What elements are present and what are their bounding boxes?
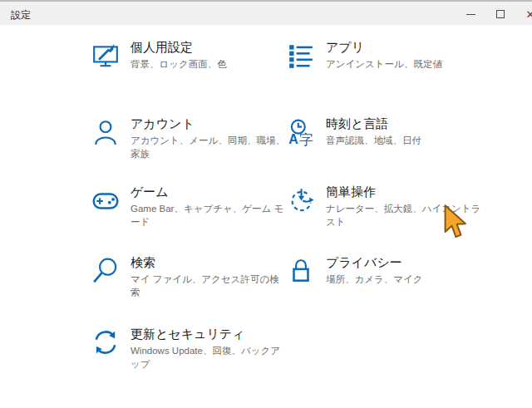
svg-text:字: 字 <box>299 132 313 146</box>
tile-subtitle: アカウント、メール、同期、職場、家族 <box>131 134 287 160</box>
close-icon: ✕ <box>526 9 532 20</box>
tile-title: 検索 <box>131 254 287 271</box>
tile-title: ゲーム <box>131 184 287 200</box>
tile-subtitle: Windows Update、回復、バックアップ <box>131 344 287 371</box>
svg-text:A: A <box>288 132 298 146</box>
privacy-lock-icon <box>287 257 315 290</box>
tile-subtitle: マイ ファイル、アクセス許可の検索 <box>131 273 287 299</box>
titlebar: 設定 ✕ <box>0 0 532 25</box>
window-title: 設定 <box>11 8 31 22</box>
tile-subtitle: 背景、ロック画面、色 <box>131 57 287 71</box>
tile-title: 個人用設定 <box>131 39 287 56</box>
time-language-icon: A 字 <box>287 118 315 151</box>
tile-title: アプリ <box>326 39 482 56</box>
tile-title: プライバシー <box>326 254 482 271</box>
personalization-icon <box>91 42 120 75</box>
minimize-button[interactable] <box>456 2 485 25</box>
tile-subtitle: アンインストール、既定値 <box>326 57 482 71</box>
tile-title: 時刻と言語 <box>326 116 482 132</box>
maximize-button[interactable] <box>485 2 515 25</box>
settings-tile-gaming[interactable]: ゲーム Game Bar、キャプチャ、ゲーム モード <box>91 184 287 254</box>
tile-title: アカウント <box>131 116 287 132</box>
tile-subtitle: ナレーター、拡大鏡、ハイコントラスト <box>326 202 482 229</box>
settings-tile-personalization[interactable]: 個人用設定 背景、ロック画面、色 <box>91 39 287 116</box>
apps-list-icon <box>287 42 315 75</box>
settings-tile-search[interactable]: 検索 マイ ファイル、アクセス許可の検索 <box>91 254 287 326</box>
gamepad-icon <box>91 186 120 219</box>
settings-tile-accounts[interactable]: アカウント アカウント、メール、同期、職場、家族 <box>91 116 287 184</box>
maximize-icon <box>496 10 505 18</box>
accounts-person-icon <box>91 118 120 151</box>
tile-subtitle: 音声認識、地域、日付 <box>326 134 482 147</box>
settings-tile-apps[interactable]: アプリ アンインストール、既定値 <box>287 39 482 116</box>
tile-title: 簡単操作 <box>326 184 482 200</box>
settings-tile-privacy[interactable]: プライバシー 場所、カメラ、マイク <box>287 254 482 326</box>
settings-tile-time-language[interactable]: A 字 時刻と言語 音声認識、地域、日付 <box>287 116 482 184</box>
settings-category-grid: 個人用設定 背景、ロック画面、色 アプリ アンインストール、既定値 <box>91 39 482 371</box>
close-button[interactable]: ✕ <box>515 2 532 25</box>
tile-subtitle: 場所、カメラ、マイク <box>326 273 482 286</box>
tile-title: 更新とセキュリティ <box>131 326 287 342</box>
update-security-sync-icon <box>91 328 120 361</box>
search-magnifier-icon <box>91 257 120 290</box>
tile-subtitle: Game Bar、キャプチャ、ゲーム モード <box>131 202 287 229</box>
settings-tile-ease-of-access[interactable]: 簡単操作 ナレーター、拡大鏡、ハイコントラスト <box>287 184 482 254</box>
settings-tile-update-security[interactable]: 更新とセキュリティ Windows Update、回復、バックアップ <box>91 326 287 371</box>
ease-of-access-icon <box>287 186 315 219</box>
minimize-icon <box>466 14 475 15</box>
